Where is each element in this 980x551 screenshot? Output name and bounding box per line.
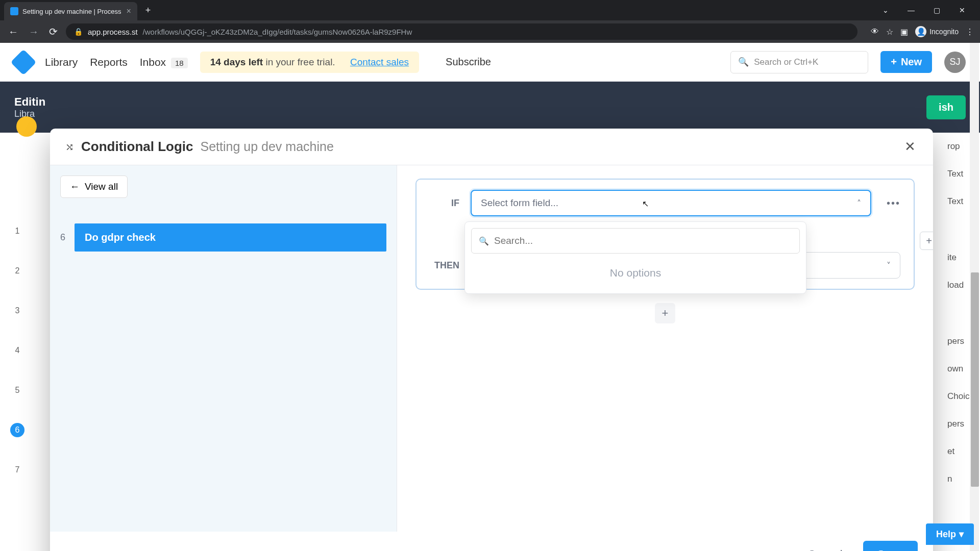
task-num-7[interactable]: 7	[10, 463, 24, 477]
modal-header: ⤭ Conditional Logic Setting up dev machi…	[50, 129, 933, 165]
help-button[interactable]: Help ▾	[926, 523, 974, 545]
cancel-button[interactable]: Cancel	[802, 543, 847, 551]
if-label: IF	[430, 198, 459, 209]
save-button[interactable]: Save	[863, 541, 918, 551]
app-logo[interactable]	[11, 49, 37, 75]
back-button[interactable]: ←	[6, 24, 20, 40]
modal-subtitle: Setting up dev machine	[201, 139, 334, 154]
browser-tab[interactable]: Setting up dev machine | Process ×	[4, 2, 137, 20]
app-header: Library Reports Inbox 18 14 days left in…	[0, 43, 980, 82]
modal-footer: Cancel Save	[50, 532, 933, 551]
shuffle-icon: ⤭	[65, 141, 74, 153]
trial-text: in your free trial.	[263, 57, 335, 67]
nav-library[interactable]: Library	[45, 56, 78, 68]
publish-button[interactable]: ish	[926, 95, 966, 119]
bookmark-icon[interactable]: ☆	[886, 27, 893, 37]
rule-options-menu[interactable]: •••	[887, 197, 900, 209]
search-icon: 🔍	[738, 57, 749, 67]
extensions-icon[interactable]: ▣	[900, 27, 908, 37]
add-condition-button[interactable]: +	[920, 232, 933, 250]
rule-builder-panel: IF Select form field... ˄ ••• 🔍 N	[397, 165, 933, 532]
incognito-badge: 👤 Incognito	[915, 26, 959, 37]
incognito-label: Incognito	[929, 28, 959, 36]
trial-banner: 14 days left in your free trial. Contact…	[200, 52, 419, 73]
task-item-selected[interactable]: Do gdpr check	[75, 223, 386, 252]
url-domain: app.process.st	[88, 28, 138, 36]
nav-inbox[interactable]: Inbox 18	[140, 56, 188, 68]
minimize-button[interactable]: —	[903, 6, 919, 14]
no-options-message: No options	[471, 254, 800, 287]
back-arrow-icon: ←	[70, 181, 80, 192]
select-placeholder: Select form field...	[481, 197, 558, 209]
task-num-3[interactable]: 3	[10, 304, 24, 318]
browser-menu-icon[interactable]: ⋮	[966, 27, 974, 37]
chevron-down-icon: ˅	[887, 261, 891, 270]
search-placeholder: Search or Ctrl+K	[754, 57, 818, 67]
then-label: THEN	[430, 260, 459, 271]
task-number: 6	[60, 232, 65, 243]
window-controls: ⌄ — ▢ ✕	[878, 6, 980, 14]
inbox-count-badge: 18	[171, 58, 188, 68]
plus-icon: +	[891, 56, 897, 68]
chevron-up-icon: ˄	[857, 198, 861, 208]
task-num-1[interactable]: 1	[10, 224, 24, 238]
tab-title: Setting up dev machine | Process	[22, 8, 121, 15]
tabs-dropdown-icon[interactable]: ⌄	[878, 6, 893, 14]
modal-close-button[interactable]: ✕	[902, 137, 918, 157]
editing-bar: Editin Libra ish	[0, 82, 980, 133]
task-num-6[interactable]: 6	[10, 423, 24, 437]
nav-reports[interactable]: Reports	[90, 56, 128, 68]
maximize-button[interactable]: ▢	[929, 6, 944, 14]
modal-title: Conditional Logic	[81, 139, 193, 155]
reload-button[interactable]: ⟳	[47, 23, 60, 40]
forward-button: →	[27, 24, 41, 40]
browser-toolbar: ← → ⟳ 🔒 app.process.st/workflows/uQGGj-_…	[0, 20, 980, 43]
emoji-icon	[16, 116, 37, 137]
contact-sales-link[interactable]: Contact sales	[350, 57, 409, 67]
rules-list-panel: ← View all 6 Do gdpr check	[50, 165, 397, 532]
conditional-logic-modal: ⤭ Conditional Logic Setting up dev machi…	[50, 129, 933, 551]
tab-close-icon[interactable]: ×	[126, 7, 131, 16]
global-search[interactable]: 🔍 Search or Ctrl+K	[730, 51, 868, 73]
new-button[interactable]: + New	[880, 51, 932, 73]
chevron-down-icon: ▾	[959, 529, 964, 540]
view-all-button[interactable]: ← View all	[60, 176, 128, 198]
if-field-select[interactable]: Select form field... ˄	[471, 190, 871, 216]
add-rule-button[interactable]: +	[655, 303, 675, 323]
rule-card: IF Select form field... ˄ ••• 🔍 N	[415, 179, 915, 290]
task-num-4[interactable]: 4	[10, 343, 24, 358]
tab-favicon	[10, 7, 18, 15]
browser-tab-bar: Setting up dev machine | Process × + ⌄ —…	[0, 0, 980, 20]
url-bar[interactable]: 🔒 app.process.st/workflows/uQGGj-_oKZ43z…	[66, 23, 857, 40]
dropdown-search-input[interactable]	[494, 234, 792, 248]
url-path: /workflows/uQGGj-_oKZ43zDM2a_dIgg/edit/t…	[143, 28, 412, 36]
incognito-icon: 👤	[915, 26, 926, 37]
close-window-button[interactable]: ✕	[954, 6, 970, 14]
scrollbar-thumb[interactable]	[971, 272, 979, 487]
task-num-5[interactable]: 5	[10, 383, 24, 397]
new-tab-button[interactable]: +	[145, 5, 151, 16]
task-num-2[interactable]: 2	[10, 264, 24, 278]
dropdown-search: 🔍	[471, 228, 800, 254]
field-dropdown: 🔍 No options	[464, 221, 806, 294]
subscribe-link[interactable]: Subscribe	[446, 56, 491, 68]
task-row: 6 Do gdpr check	[60, 223, 386, 252]
trial-days: 14 days left	[210, 57, 263, 67]
eye-blocked-icon[interactable]: 👁	[871, 27, 879, 36]
lock-icon[interactable]: 🔒	[74, 28, 83, 36]
user-avatar[interactable]: SJ	[944, 52, 966, 73]
task-number-list: 1 2 3 4 5 6 7	[10, 211, 24, 490]
search-icon: 🔍	[479, 236, 489, 246]
editing-label: Editin	[14, 95, 45, 109]
